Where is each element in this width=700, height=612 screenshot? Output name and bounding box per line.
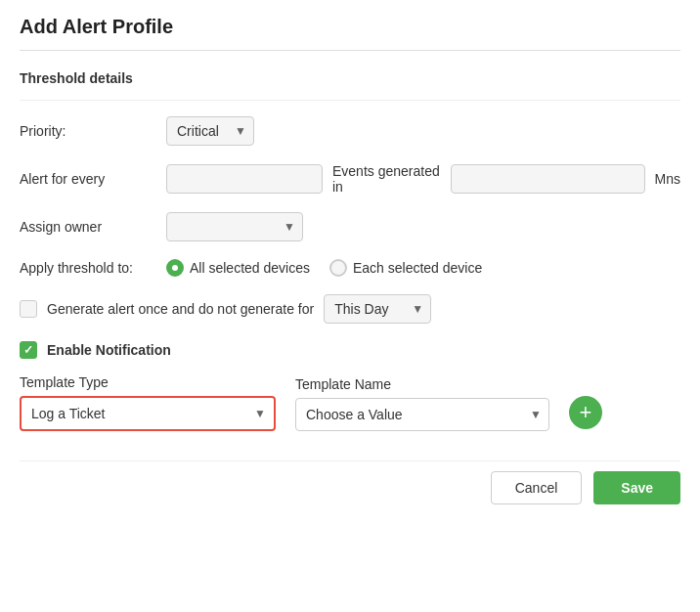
assign-owner-select[interactable]: [166, 212, 303, 241]
template-type-field: Template Type Log a Ticket Email SMS ▼: [20, 374, 276, 431]
threshold-section-title: Threshold details: [20, 70, 680, 86]
page-container: Add Alert Profile Threshold details Prio…: [0, 0, 700, 520]
priority-row: Priority: Critical High Medium Low ▼: [20, 116, 680, 146]
alert-events-row: Alert for every Events generated in Mns: [20, 163, 680, 195]
save-button[interactable]: Save: [593, 471, 680, 504]
title-divider: [20, 50, 680, 51]
alert-for-every-label: Alert for every: [20, 171, 156, 187]
events-generated-input[interactable]: [451, 164, 645, 194]
apply-threshold-row: Apply threshold to: All selected devices…: [20, 259, 680, 277]
template-type-select[interactable]: Log a Ticket Email SMS: [22, 398, 274, 429]
radio-all-selected[interactable]: All selected devices: [166, 259, 310, 277]
generate-period-select-wrapper: This Day This Week This Month ▼: [324, 294, 431, 324]
radio-each-selected[interactable]: Each selected device: [329, 259, 482, 277]
template-type-select-wrapper: Log a Ticket Email SMS ▼: [20, 396, 276, 431]
apply-threshold-label: Apply threshold to:: [20, 260, 156, 276]
cancel-button[interactable]: Cancel: [491, 471, 583, 504]
page-title: Add Alert Profile: [20, 16, 680, 38]
enable-notification-label: Enable Notification: [47, 342, 171, 358]
radio-all-selected-circle: [166, 259, 184, 277]
template-type-label: Template Type: [20, 374, 276, 390]
generate-alert-row: Generate alert once and do not generate …: [20, 294, 680, 324]
priority-select[interactable]: Critical High Medium Low: [166, 116, 254, 146]
generate-alert-checkbox[interactable]: [20, 300, 37, 318]
radio-each-selected-label: Each selected device: [353, 260, 482, 276]
enable-notification-row: Enable Notification: [20, 341, 680, 359]
template-name-label: Template Name: [295, 376, 549, 392]
threshold-divider: [20, 100, 680, 101]
assign-owner-select-wrapper: ▼: [166, 212, 303, 241]
radio-all-selected-label: All selected devices: [190, 260, 310, 276]
footer: Cancel Save: [20, 460, 680, 504]
template-section: Template Type Log a Ticket Email SMS ▼ T…: [20, 374, 680, 431]
enable-notification-checkbox[interactable]: [20, 341, 37, 359]
apply-threshold-radio-group: All selected devices Each selected devic…: [166, 259, 482, 277]
events-generated-label: Events generated in: [332, 163, 441, 195]
radio-each-selected-circle: [329, 259, 347, 277]
mns-label: Mns: [655, 171, 680, 187]
template-name-select-wrapper: Choose a Value ▼: [295, 398, 549, 431]
generate-period-select[interactable]: This Day This Week This Month: [324, 294, 431, 324]
add-template-button[interactable]: +: [569, 396, 602, 429]
template-name-field: Template Name Choose a Value ▼: [295, 376, 549, 431]
assign-owner-label: Assign owner: [20, 219, 156, 235]
assign-owner-row: Assign owner ▼: [20, 212, 680, 241]
priority-label: Priority:: [20, 123, 156, 139]
generate-alert-label: Generate alert once and do not generate …: [47, 301, 314, 317]
template-name-select[interactable]: Choose a Value: [295, 398, 549, 431]
alert-for-every-input[interactable]: [166, 164, 323, 194]
priority-select-wrapper: Critical High Medium Low ▼: [166, 116, 254, 146]
